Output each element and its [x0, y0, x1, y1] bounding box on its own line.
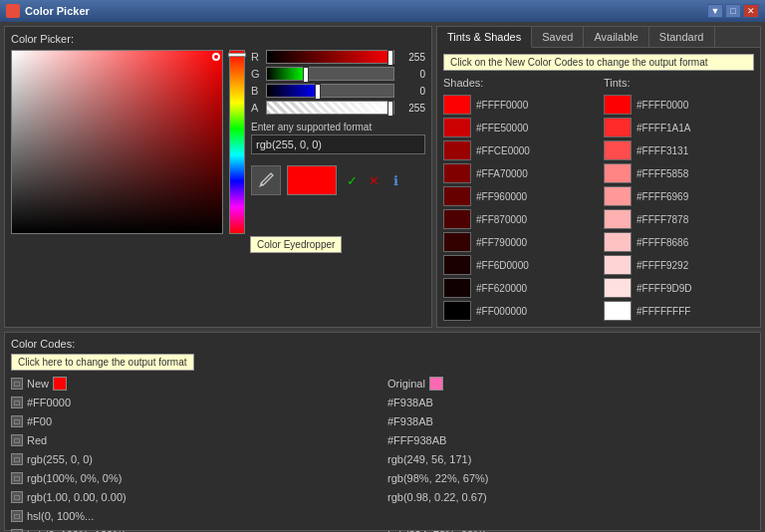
- tint-item[interactable]: #FFFF5858: [604, 163, 754, 183]
- tint-item[interactable]: #FFFF8686: [604, 232, 754, 252]
- tab-saved[interactable]: Saved: [532, 27, 584, 47]
- tint-code: #FFFF7878: [637, 214, 688, 225]
- color-picker-area: R 255 G 0: [11, 50, 425, 234]
- format-label: Enter any supported format: [251, 122, 425, 133]
- code-row-left[interactable]: □ #FF0000: [11, 394, 378, 411]
- shade-swatch: [443, 95, 471, 115]
- code-row-left[interactable]: □ hsl(0, 100%...: [11, 507, 378, 525]
- info-button[interactable]: ℹ: [386, 171, 404, 189]
- shade-item[interactable]: #FFA70000: [443, 163, 594, 183]
- shade-item[interactable]: #FF960000: [443, 186, 594, 206]
- code-row-left[interactable]: □ New: [11, 375, 378, 393]
- red-slider[interactable]: [266, 50, 394, 64]
- code-icon: □: [11, 453, 23, 465]
- code-row-left[interactable]: □ rgb(1.00, 0.00, 0.00): [11, 488, 378, 506]
- code-icon: □: [11, 397, 23, 408]
- tint-item[interactable]: #FFFF6969: [604, 186, 754, 206]
- format-tooltip: Click here to change the output format: [11, 354, 194, 371]
- shade-item[interactable]: #FF870000: [443, 209, 594, 229]
- shade-swatch: [443, 163, 471, 183]
- code-row-right[interactable]: rgb(0.98, 0.22, 0.67): [387, 488, 754, 506]
- tabs-bar: Tints & Shades Saved Available Standard: [437, 27, 760, 48]
- green-slider[interactable]: [266, 67, 394, 81]
- shade-item[interactable]: #FFFF0000: [443, 95, 594, 115]
- tab-standard[interactable]: Standard: [649, 27, 715, 47]
- shade-item[interactable]: #FF6D0000: [443, 255, 594, 275]
- codes-title: Color Codes:: [11, 338, 754, 350]
- tints-shades-panel: Tints & Shades Saved Available Standard …: [436, 26, 761, 328]
- code-row-right[interactable]: Original: [387, 375, 754, 393]
- saturation-lightness-canvas[interactable]: [11, 50, 223, 234]
- tint-item[interactable]: #FFFF9292: [604, 255, 754, 275]
- shade-item[interactable]: #FF790000: [443, 232, 594, 252]
- code-row-right[interactable]: rgb(98%, 22%, 67%): [387, 469, 754, 487]
- hue-strip[interactable]: [229, 50, 245, 234]
- tint-item[interactable]: #FFFF3131: [604, 140, 754, 160]
- minimize-button[interactable]: ▼: [707, 4, 723, 18]
- shade-swatch: [443, 255, 471, 275]
- tint-item[interactable]: #FFFF1A1A: [604, 118, 754, 137]
- shade-swatch: [443, 278, 471, 298]
- eyedropper-button[interactable]: [251, 165, 281, 195]
- tint-item[interactable]: #FFFF7878: [604, 209, 754, 229]
- shade-swatch: [443, 209, 471, 229]
- shade-item[interactable]: #FFE50000: [443, 118, 594, 137]
- eyedropper-tooltip-container: Color Eyedropper: [11, 236, 425, 253]
- alpha-slider[interactable]: [266, 101, 394, 115]
- code-label: rgb(255, 0, 0): [27, 453, 93, 465]
- maximize-button[interactable]: □: [725, 4, 741, 18]
- code-row-right[interactable]: rgb(249, 56, 171): [387, 450, 754, 468]
- code-label: #FF0000: [27, 397, 71, 408]
- window-title: Color Picker: [25, 5, 90, 17]
- code-row-right[interactable]: #F938AB: [387, 412, 754, 430]
- tint-code: #FFFF9292: [637, 260, 688, 271]
- color-picker-panel: Color Picker: R: [4, 26, 432, 328]
- shade-code: #FFE50000: [476, 123, 528, 133]
- shade-swatch: [443, 232, 471, 252]
- code-row-right[interactable]: [387, 507, 754, 525]
- code-row-right[interactable]: #FFF938AB: [387, 431, 754, 449]
- code-row-left[interactable]: □ hsb(0, 100%, 100%): [11, 526, 378, 532]
- green-label: G: [251, 68, 263, 80]
- code-row-left[interactable]: □ rgb(255, 0, 0): [11, 450, 378, 468]
- code-label: #F938AB: [387, 397, 433, 408]
- new-color-swatch[interactable]: [287, 165, 337, 195]
- color-preview-row: ✓ ✕ ℹ: [251, 165, 425, 195]
- green-value: 0: [397, 69, 425, 80]
- tints-shades-content: Click on the New Color Codes to change t…: [437, 48, 760, 327]
- code-row-left[interactable]: □ #F00: [11, 412, 378, 430]
- code-label: rgb(0.98, 0.22, 0.67): [387, 491, 487, 503]
- tint-item[interactable]: #FFFF0000: [604, 95, 754, 115]
- tab-tints-shades[interactable]: Tints & Shades: [437, 27, 532, 48]
- tint-item[interactable]: #FFFFFFFF: [604, 301, 754, 321]
- shade-item[interactable]: #FFCE0000: [443, 140, 594, 160]
- tint-item[interactable]: #FFFF9D9D: [604, 278, 754, 298]
- red-slider-row: R 255: [251, 50, 425, 64]
- code-row-left[interactable]: □ Red: [11, 431, 378, 449]
- tint-swatch: [604, 278, 632, 298]
- tab-available[interactable]: Available: [584, 27, 648, 47]
- code-row-right[interactable]: hsb(324, 78%, 98%): [387, 526, 754, 532]
- shade-code: #FF620000: [476, 283, 527, 294]
- code-row-left[interactable]: □ rgb(100%, 0%, 0%): [11, 469, 378, 487]
- cancel-color-button[interactable]: ✕: [365, 171, 382, 189]
- code-icon: □: [11, 378, 23, 390]
- tint-swatch: [604, 186, 632, 206]
- code-swatch: [429, 377, 443, 391]
- code-row-right[interactable]: #F938AB: [387, 394, 754, 411]
- tint-code: #FFFF0000: [637, 100, 688, 111]
- shade-code: #FF960000: [476, 191, 527, 202]
- blue-slider[interactable]: [266, 84, 394, 98]
- format-input[interactable]: [251, 134, 425, 154]
- tint-swatch: [604, 95, 632, 115]
- tint-code: #FFFF8686: [637, 237, 688, 248]
- close-button[interactable]: ✕: [743, 4, 759, 18]
- shade-item[interactable]: #FF620000: [443, 278, 594, 298]
- code-label: #FFF938AB: [387, 434, 446, 446]
- eyedropper-tooltip: Color Eyedropper: [250, 236, 342, 253]
- shade-item[interactable]: #FF000000: [443, 301, 594, 321]
- tint-code: #FFFF1A1A: [637, 123, 690, 133]
- checkmark-button[interactable]: ✓: [343, 171, 361, 189]
- codes-left: □ New □ #FF0000 □ #F00 □ Red □ rgb(255, …: [11, 375, 378, 532]
- tints-column: #FFFF0000 #FFFF1A1A #FFFF3131 #FFFF5858 …: [604, 95, 754, 321]
